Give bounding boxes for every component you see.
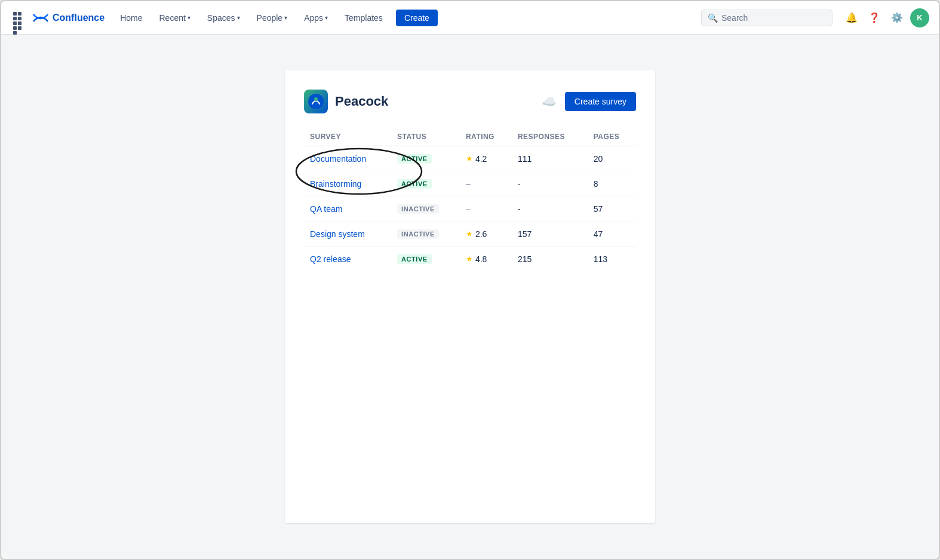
confluence-logo[interactable]: Confluence [32, 10, 105, 26]
status-badge: ACTIVE [397, 179, 432, 189]
responses-value: - [512, 196, 588, 221]
navbar: Confluence Home Recent ▾ Spaces ▾ People… [1, 1, 939, 35]
chevron-down-icon: ▾ [325, 14, 328, 21]
browser-frame: Confluence Home Recent ▾ Spaces ▾ People… [0, 0, 940, 560]
col-responses: Responses [512, 128, 588, 146]
table-row[interactable]: Design systemINACTIVE★2.615747 [304, 221, 636, 247]
col-status: Status [391, 128, 460, 146]
survey-table: Survey Status Rating Responses Pages Doc… [304, 128, 636, 271]
pages-value: 47 [588, 221, 636, 247]
survey-name[interactable]: Documentation [310, 154, 366, 164]
pages-value: 20 [588, 146, 636, 171]
table-row[interactable]: BrainstormingACTIVE–-8 [304, 171, 636, 196]
rating-value: ★2.6 [466, 229, 506, 239]
cloud-upload-icon[interactable]: ☁️ [540, 92, 559, 111]
page-header: Peacock ☁️ Create survey [304, 90, 636, 113]
page-title: Peacock [335, 94, 388, 109]
responses-value: 157 [512, 221, 588, 247]
survey-name[interactable]: Q2 release [310, 254, 351, 264]
notifications-button[interactable]: 🔔 [842, 8, 861, 27]
search-placeholder: Search [721, 13, 748, 23]
responses-value: - [512, 171, 588, 196]
pages-value: 8 [588, 171, 636, 196]
status-badge: INACTIVE [397, 204, 439, 214]
survey-name[interactable]: Design system [310, 229, 365, 239]
responses-value: 215 [512, 247, 588, 272]
page-title-group: Peacock [304, 90, 388, 113]
pages-value: 113 [588, 247, 636, 272]
chevron-down-icon: ▾ [284, 14, 287, 21]
nav-home[interactable]: Home [114, 10, 148, 26]
settings-button[interactable]: ⚙️ [887, 8, 907, 27]
table-row[interactable]: QA teamINACTIVE–-57 [304, 196, 636, 221]
star-icon: ★ [466, 254, 473, 263]
page-icon [304, 90, 328, 113]
survey-table-wrapper: Survey Status Rating Responses Pages Doc… [304, 128, 636, 271]
create-survey-button[interactable]: Create survey [565, 92, 636, 111]
nav-people[interactable]: People ▾ [251, 10, 294, 26]
responses-value: 111 [512, 146, 588, 171]
nav-templates[interactable]: Templates [339, 10, 389, 26]
apps-grid-icon[interactable] [11, 10, 27, 26]
star-icon: ★ [466, 229, 473, 238]
search-icon: 🔍 [708, 13, 718, 23]
col-survey: Survey [304, 128, 391, 146]
page-container: Peacock ☁️ Create survey Survey Status R… [285, 70, 655, 523]
logo-text: Confluence [53, 13, 105, 23]
nav-spaces[interactable]: Spaces ▾ [201, 10, 246, 26]
survey-name[interactable]: QA team [310, 204, 342, 214]
search-bar[interactable]: 🔍 Search [701, 10, 833, 26]
table-row[interactable]: Q2 releaseACTIVE★4.8215113 [304, 247, 636, 272]
rating-dash: – [466, 179, 471, 189]
nav-actions: 🔔 ❓ ⚙️ K [842, 8, 929, 27]
rating-value: ★4.2 [466, 154, 506, 164]
main-content: Peacock ☁️ Create survey Survey Status R… [1, 35, 939, 559]
pages-value: 57 [588, 196, 636, 221]
table-row[interactable]: DocumentationACTIVE★4.211120 [304, 146, 636, 171]
status-badge: ACTIVE [397, 254, 432, 264]
col-rating: Rating [460, 128, 512, 146]
chevron-down-icon: ▾ [237, 14, 240, 21]
chevron-down-icon: ▾ [188, 14, 191, 21]
nav-recent[interactable]: Recent ▾ [153, 10, 196, 26]
avatar[interactable]: K [910, 8, 929, 27]
survey-table-body: DocumentationACTIVE★4.211120Brainstormin… [304, 146, 636, 272]
status-badge: INACTIVE [397, 229, 439, 239]
rating-dash: – [466, 204, 471, 214]
nav-apps[interactable]: Apps ▾ [298, 10, 334, 26]
table-header: Survey Status Rating Responses Pages [304, 128, 636, 146]
status-badge: ACTIVE [397, 154, 432, 164]
help-button[interactable]: ❓ [865, 8, 884, 27]
svg-point-1 [314, 97, 318, 101]
star-icon: ★ [466, 154, 473, 163]
rating-value: ★4.8 [466, 254, 506, 264]
page-header-actions: ☁️ Create survey [540, 92, 636, 111]
survey-name[interactable]: Brainstorming [310, 179, 361, 189]
col-pages: Pages [588, 128, 636, 146]
create-button[interactable]: Create [396, 10, 438, 26]
